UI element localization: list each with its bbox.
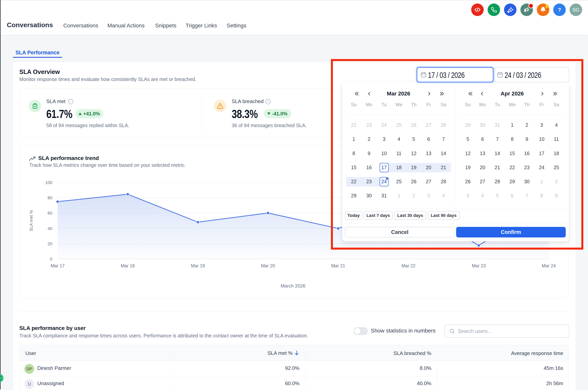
svg-text:20: 20 [48,241,52,246]
svg-text:Mar 20: Mar 20 [261,263,275,268]
svg-text:?: ? [558,7,561,12]
svg-text:Mar 24: Mar 24 [542,263,556,268]
svg-text:Mar 18: Mar 18 [121,263,135,268]
svg-text:SLA met %: SLA met % [29,210,34,231]
svg-text:60: 60 [48,211,52,216]
svg-text:Mar 23: Mar 23 [472,263,486,268]
svg-text:0: 0 [50,257,52,261]
svg-text:Mar 19: Mar 19 [191,263,205,268]
svg-text:March 2026: March 2026 [281,283,306,289]
svg-text:Mar 22: Mar 22 [401,263,416,268]
svg-text:Mar 17: Mar 17 [51,263,65,268]
svg-text:80: 80 [48,195,52,200]
svg-text:100: 100 [45,180,52,185]
svg-text:40: 40 [48,226,52,231]
svg-text:Mar 21: Mar 21 [331,263,345,268]
svg-text:SG: SG [572,7,579,12]
